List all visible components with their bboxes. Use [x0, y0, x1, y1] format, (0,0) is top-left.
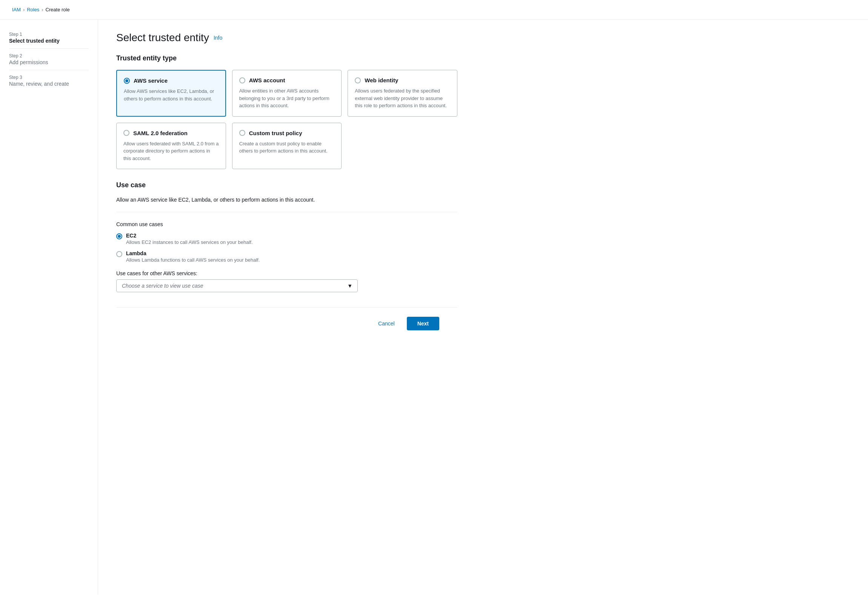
sidebar: Step 1 Select trusted entity Step 2 Add …: [0, 20, 98, 595]
sidebar-step-1: Step 1 Select trusted entity: [9, 32, 89, 44]
trusted-entity-type-heading: Trusted entity type: [116, 54, 457, 62]
breadcrumb-sep-2: ›: [42, 7, 43, 12]
step-divider-2: [9, 70, 89, 70]
card-saml-desc: Allow users federated with SAML 2.0 from…: [123, 140, 219, 162]
breadcrumb-iam[interactable]: IAM: [12, 7, 21, 12]
breadcrumb-roles[interactable]: Roles: [27, 7, 39, 12]
ec2-label: EC2: [126, 233, 253, 239]
card-aws-service-desc: Allow AWS services like EC2, Lambda, or …: [124, 88, 219, 102]
breadcrumb-current: Create role: [45, 7, 69, 12]
cancel-button[interactable]: Cancel: [372, 318, 401, 330]
empty-card-cell: [348, 123, 457, 170]
other-services-select-wrapper: Choose a service to view use case ▼: [116, 279, 358, 292]
ec2-option-text: EC2 Allows EC2 instances to call AWS ser…: [126, 233, 253, 245]
card-aws-account-title: AWS account: [249, 77, 285, 83]
use-case-divider: [116, 212, 457, 212]
page-title: Select trusted entity: [116, 32, 209, 44]
step-2-title: Add permissions: [9, 59, 89, 65]
page-title-row: Select trusted entity Info: [116, 32, 457, 44]
card-aws-account[interactable]: AWS account Allow entities in other AWS …: [232, 70, 342, 117]
step-1-title: Select trusted entity: [9, 38, 89, 44]
footer: Cancel Next: [116, 307, 457, 339]
sidebar-step-2: Step 2 Add permissions: [9, 53, 89, 65]
card-custom-trust[interactable]: Custom trust policy Create a custom trus…: [232, 123, 342, 170]
use-case-desc: Allow an AWS service like EC2, Lambda, o…: [116, 197, 457, 203]
info-link[interactable]: Info: [214, 35, 222, 41]
breadcrumb-sep-1: ›: [23, 7, 25, 12]
card-custom-trust-desc: Create a custom trust policy to enable o…: [239, 140, 335, 155]
other-services-label: Use cases for other AWS services:: [116, 270, 457, 276]
card-web-identity-desc: Allows users federated by the specified …: [355, 87, 450, 109]
card-aws-service-title: AWS service: [134, 77, 168, 84]
common-use-cases-label: Common use cases: [116, 221, 457, 227]
next-button[interactable]: Next: [407, 317, 439, 330]
step-3-title: Name, review, and create: [9, 81, 89, 87]
step-2-label: Step 2: [9, 53, 89, 59]
card-custom-trust-title: Custom trust policy: [249, 130, 302, 136]
radio-ec2[interactable]: [116, 233, 122, 239]
radio-aws-service[interactable]: [124, 78, 130, 84]
sidebar-step-3: Step 3 Name, review, and create: [9, 75, 89, 87]
card-aws-service[interactable]: AWS service Allow AWS services like EC2,…: [116, 70, 226, 117]
step-3-label: Step 3: [9, 75, 89, 80]
use-case-option-ec2[interactable]: EC2 Allows EC2 instances to call AWS ser…: [116, 233, 457, 245]
use-case-heading: Use case: [116, 181, 457, 189]
lambda-label: Lambda: [126, 250, 260, 256]
lambda-desc: Allows Lambda functions to call AWS serv…: [126, 257, 260, 263]
card-saml-federation[interactable]: SAML 2.0 federation Allow users federate…: [116, 123, 226, 170]
radio-lambda[interactable]: [116, 251, 122, 257]
card-saml-title: SAML 2.0 federation: [133, 130, 188, 136]
entity-cards-row1: AWS service Allow AWS services like EC2,…: [116, 70, 457, 117]
use-case-option-lambda[interactable]: Lambda Allows Lambda functions to call A…: [116, 250, 457, 263]
main-content: Select trusted entity Info Trusted entit…: [98, 20, 476, 595]
entity-cards-row2: SAML 2.0 federation Allow users federate…: [116, 123, 457, 170]
card-aws-service-header: AWS service: [124, 77, 219, 84]
ec2-desc: Allows EC2 instances to call AWS service…: [126, 239, 253, 245]
breadcrumb: IAM › Roles › Create role: [0, 0, 868, 20]
card-aws-account-header: AWS account: [239, 77, 335, 83]
step-divider-1: [9, 48, 89, 49]
card-web-identity-title: Web identity: [365, 77, 398, 83]
radio-saml-federation[interactable]: [123, 130, 129, 136]
step-1-label: Step 1: [9, 32, 89, 37]
lambda-option-text: Lambda Allows Lambda functions to call A…: [126, 250, 260, 263]
card-web-identity[interactable]: Web identity Allows users federated by t…: [348, 70, 457, 117]
other-services-select[interactable]: Choose a service to view use case: [116, 279, 358, 292]
radio-custom-trust[interactable]: [239, 130, 245, 136]
card-saml-header: SAML 2.0 federation: [123, 130, 219, 136]
card-web-identity-header: Web identity: [355, 77, 450, 83]
card-aws-account-desc: Allow entities in other AWS accounts bel…: [239, 87, 335, 109]
radio-aws-account[interactable]: [239, 77, 245, 83]
radio-web-identity[interactable]: [355, 77, 361, 83]
card-custom-trust-header: Custom trust policy: [239, 130, 335, 136]
